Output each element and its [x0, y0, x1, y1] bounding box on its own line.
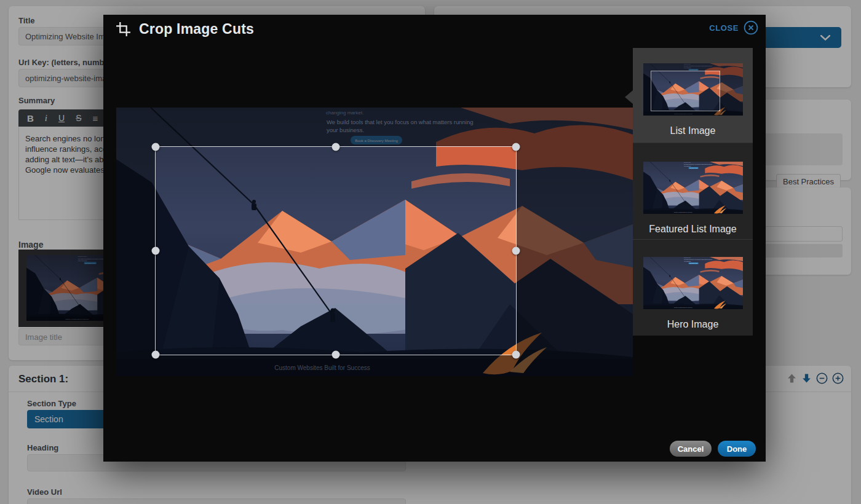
modal-title: Crop Image Cuts — [139, 21, 254, 37]
selected-cut-pointer — [625, 90, 633, 104]
cut-option-list-image[interactable]: changing market. We build tools that let… — [633, 48, 753, 143]
done-button[interactable]: Done — [718, 441, 756, 457]
cut-option-featured-list-image[interactable]: changing market. We build tools that let… — [633, 143, 753, 239]
thumbnail-crop-region — [651, 71, 720, 111]
crop-handle-top-left[interactable] — [152, 143, 160, 151]
cuts-sidebar: changing market. We build tools that let… — [633, 48, 753, 336]
cut-label: List Image — [670, 125, 716, 136]
close-button[interactable]: CLOSE — [709, 20, 758, 35]
close-icon — [744, 20, 758, 35]
crop-handle-middle-right[interactable] — [512, 247, 520, 255]
svg-text:We build tools that let you fo: We build tools that let you focus on wha… — [327, 119, 474, 125]
svg-text:We build tools that let you fo: We build tools that let you focus on wha… — [683, 65, 712, 66]
crop-handle-bottom-middle[interactable] — [332, 351, 340, 359]
website-preview-art: changing market. We build tools that let… — [643, 257, 743, 309]
cut-label: Featured List Image — [649, 224, 736, 235]
crop-handle-middle-left[interactable] — [152, 247, 160, 255]
crop-handle-bottom-left[interactable] — [152, 351, 160, 359]
crop-selection[interactable] — [155, 146, 517, 355]
svg-text:Custom Websites Built for Succ: Custom Websites Built for Success — [673, 113, 692, 114]
svg-text:Book a Discovery Meeting: Book a Discovery Meeting — [355, 139, 398, 143]
crop-icon — [116, 22, 131, 37]
crop-handle-top-middle[interactable] — [332, 143, 340, 151]
cancel-button[interactable]: Cancel — [670, 441, 712, 457]
svg-text:your business.: your business. — [683, 165, 691, 167]
crop-handle-bottom-right[interactable] — [512, 351, 520, 359]
crop-stage: changing market. We build tools that let… — [116, 108, 633, 376]
cut-label: Hero Image — [667, 319, 719, 330]
svg-text:your business.: your business. — [683, 261, 691, 262]
svg-text:Custom Websites Built for Succ: Custom Websites Built for Success — [274, 364, 370, 371]
svg-text:We build tools that let you fo: We build tools that let you focus on wha… — [683, 163, 712, 165]
svg-text:Custom Websites Built for Succ: Custom Websites Built for Success — [673, 307, 692, 308]
svg-text:your business.: your business. — [683, 67, 691, 68]
svg-text:your business.: your business. — [327, 127, 364, 133]
cut-thumbnail: changing market. We build tools that let… — [643, 257, 743, 309]
svg-text:Custom Websites Built for Succ: Custom Websites Built for Success — [673, 211, 692, 213]
cut-option-hero-image[interactable]: changing market. We build tools that let… — [633, 239, 753, 336]
cut-thumbnail: changing market. We build tools that let… — [643, 63, 743, 116]
website-preview-art: changing market. We build tools that let… — [643, 162, 743, 214]
crop-handle-top-right[interactable] — [512, 143, 520, 151]
svg-text:We build tools that let you fo: We build tools that let you focus on wha… — [683, 259, 712, 260]
crop-modal: Crop Image Cuts CLOSE changing market. W… — [103, 15, 766, 462]
svg-text:changing market.: changing market. — [326, 110, 363, 116]
cut-thumbnail: changing market. We build tools that let… — [643, 162, 743, 214]
